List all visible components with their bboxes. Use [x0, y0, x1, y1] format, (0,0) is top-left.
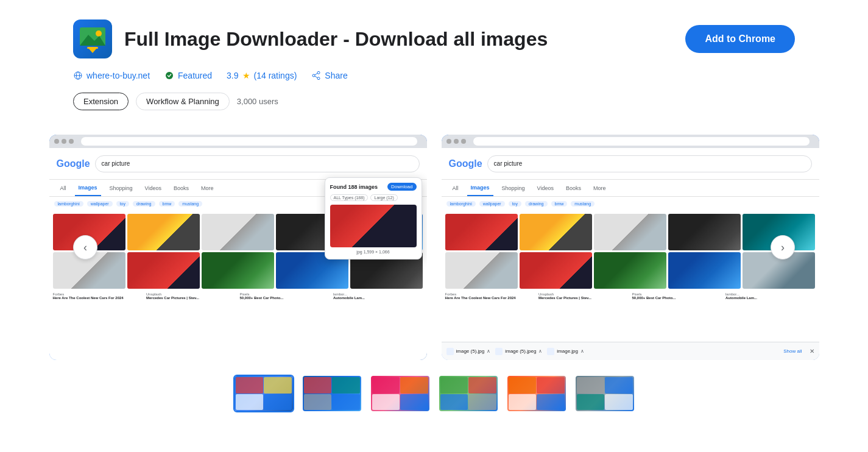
red-arrow-2: ↓	[521, 292, 527, 294]
browser-bar-2	[442, 135, 819, 148]
image-grid-2	[442, 210, 819, 292]
prev-screenshot-button[interactable]: ‹	[73, 235, 97, 260]
tags-row: Extension Workflow & Planning 3,000 user…	[73, 93, 795, 110]
books-tab-1: Books	[170, 180, 192, 196]
meta-row: where-to-buy.net Featured 3.9 ★ (14 rati…	[73, 71, 795, 80]
screenshot-1: Google car picture All Images Shopping V…	[49, 135, 427, 360]
google-logo-1: Google	[57, 158, 90, 169]
globe-icon	[73, 71, 83, 80]
header-row: Full Image Downloader - Download all ima…	[73, 19, 795, 58]
browser-bar-1	[49, 135, 427, 148]
mock-browser-1: Google car picture All Images Shopping V…	[49, 135, 427, 360]
google-logo-2: Google	[449, 158, 482, 169]
img-cell-3	[202, 214, 274, 250]
extension-icon	[73, 19, 112, 58]
add-to-chrome-button[interactable]: Add to Chrome	[685, 25, 795, 53]
thumb-inner-1	[235, 376, 293, 411]
img-cell-19	[668, 252, 741, 289]
thumbnail-2[interactable]	[302, 375, 362, 412]
thumbnail-strip	[73, 375, 795, 412]
thumb-inner-6	[576, 376, 634, 411]
img-cell-14	[668, 214, 741, 250]
browser-url-bar-1	[81, 137, 417, 146]
browser-dot-5	[454, 139, 459, 144]
svg-point-8	[166, 72, 173, 79]
google-header-1: Google car picture	[49, 148, 427, 180]
tag-extension[interactable]: Extension	[73, 93, 129, 110]
tag-workflow[interactable]: Workflow & Planning	[136, 93, 230, 110]
popup-title: Found 188 images	[330, 184, 378, 190]
popup-download-button[interactable]: Download	[387, 183, 417, 191]
close-download-bar[interactable]: ✕	[810, 348, 814, 355]
thumbnail-1[interactable]	[233, 375, 294, 412]
books-tab-2: Books	[562, 180, 585, 196]
svg-point-10	[312, 74, 315, 77]
all-tab-1: All	[57, 180, 70, 196]
share-icon	[311, 71, 321, 80]
shopping-tab-1: Shopping	[106, 180, 136, 196]
download-arrow-1: ∧	[487, 348, 490, 354]
download-file-icon-3	[547, 348, 554, 355]
show-all-link[interactable]: Show all	[783, 348, 802, 354]
thumbnail-5[interactable]	[506, 375, 567, 412]
download-item-1-text: image (5).jpg	[456, 348, 485, 354]
browser-dot-1	[54, 139, 59, 144]
img-cell-18	[594, 252, 666, 289]
thumbnail-3[interactable]	[370, 375, 431, 412]
website-text: where-to-buy.net	[86, 71, 150, 80]
google-header-2: Google car picture	[442, 148, 819, 180]
featured-badge[interactable]: Featured	[164, 71, 212, 80]
browser-dot-6	[461, 139, 466, 144]
download-item-3-text: image.jpg	[557, 348, 578, 354]
browser-dot-4	[446, 139, 451, 144]
download-arrow-3: ∧	[580, 348, 584, 354]
download-item-2: image (5).jpeg ∧	[495, 348, 542, 355]
share-button[interactable]: Share	[311, 71, 347, 80]
browser-dot-2	[62, 139, 66, 144]
next-screenshot-button[interactable]: ›	[771, 235, 795, 260]
rating[interactable]: 3.9 ★ (14 ratings)	[227, 71, 297, 80]
screenshots-section: ‹ Google car picture	[73, 135, 795, 360]
img-cell-8	[202, 252, 274, 289]
popup-filter-row: ALL Types (188) Large (12)	[330, 194, 417, 201]
thumbnail-6[interactable]	[574, 375, 635, 412]
star-icon: ★	[242, 71, 250, 80]
popup-preview-image	[330, 205, 417, 247]
videos-tab-1: Videos	[141, 180, 165, 196]
mock-browser-2: Google car picture All Images Shopping V…	[442, 135, 819, 360]
svg-point-1	[96, 30, 102, 37]
more-tab-1: More	[197, 180, 217, 196]
img-cell-17	[520, 252, 592, 289]
img-cell-12	[520, 214, 592, 250]
browser-url-bar-2	[473, 137, 810, 146]
browser-content-2: Google car picture All Images Shopping V…	[442, 148, 819, 360]
rating-value: 3.9	[227, 71, 238, 80]
screenshot-2: Google car picture All Images Shopping V…	[442, 135, 819, 360]
img-cell-2	[127, 214, 200, 250]
thumb-inner-3	[371, 376, 429, 411]
all-tab-2: All	[449, 180, 462, 196]
page-container: Full Image Downloader - Download all ima…	[0, 0, 868, 432]
img-cell-13	[594, 214, 666, 250]
more-tab-2: More	[590, 180, 610, 196]
popup-filter-all[interactable]: ALL Types (188)	[330, 194, 369, 201]
search-bar-1: car picture	[95, 155, 420, 172]
title-group: Full Image Downloader - Download all ima…	[73, 19, 548, 58]
page-title: Full Image Downloader - Download all ima…	[124, 27, 548, 51]
featured-text: Featured	[178, 71, 212, 80]
rating-count: (14 ratings)	[254, 71, 297, 80]
svg-line-13	[315, 73, 318, 75]
download-arrow-2: ∧	[538, 348, 542, 354]
popup-filter-large[interactable]: Large (12)	[370, 194, 397, 201]
svg-marker-4	[88, 48, 97, 53]
search-bar-2: car picture	[487, 155, 812, 172]
download-bar: image (5).jpg ∧ image (5).jpeg ∧ image.j…	[442, 342, 819, 360]
svg-point-9	[317, 71, 320, 74]
thumbnail-4[interactable]	[438, 375, 499, 412]
thumb-inner-4	[439, 376, 498, 411]
img-cell-7	[127, 252, 200, 289]
website-link[interactable]: where-to-buy.net	[73, 71, 150, 80]
img-cell-11	[445, 214, 518, 250]
download-file-icon-1	[446, 348, 454, 355]
browser-content-1: Google car picture All Images Shopping V…	[49, 148, 427, 360]
